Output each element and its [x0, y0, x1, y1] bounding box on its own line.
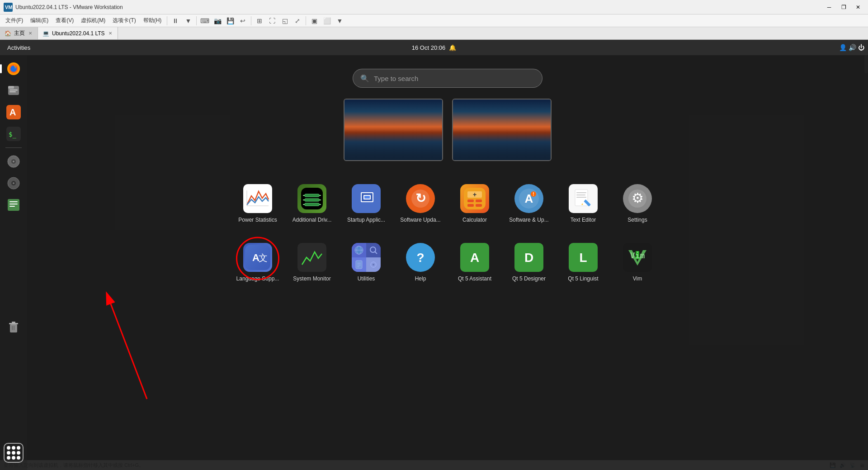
qt5-assistant-icon: A [462, 245, 487, 270]
tab-home[interactable]: 🏠 主页 ✕ [0, 27, 38, 39]
tab-ubuntu[interactable]: 💻 Ubuntu2022.04.1 LTS ✕ [38, 27, 118, 39]
minimize-button[interactable]: ─ [823, 2, 835, 12]
lang-support-label: Language Supp... [236, 275, 279, 283]
app-item-software-update[interactable]: ↻ Software Upda... [393, 175, 448, 233]
speaker-icon[interactable]: 🔊 [849, 44, 856, 51]
startup-icon [355, 188, 377, 209]
trash-icon [6, 320, 21, 334]
ubuntu-screen: Activities 16 Oct 20:06 🔔 👤 🔊 ⏻ [0, 40, 868, 470]
svg-rect-20 [9, 201, 18, 202]
qt5-designer-icon-wrap: D [514, 243, 543, 272]
restore-button[interactable]: ❐ [837, 2, 850, 12]
svg-point-4 [10, 66, 17, 72]
search-bar[interactable]: 🔍 [353, 69, 542, 88]
bell-icon[interactable]: 🔔 [449, 44, 456, 51]
app-item-system-monitor[interactable]: System Monitor [285, 233, 339, 292]
app-item-text-editor[interactable]: Text Editor [556, 175, 610, 233]
pause-dropdown[interactable]: ▼ [182, 16, 194, 26]
console-button[interactable]: ▣ [308, 16, 321, 26]
app-item-qt5-assistant[interactable]: A Qt 5 Assistant [448, 233, 502, 292]
pause-button[interactable]: ⏸ [169, 16, 182, 26]
dock-item-cd2[interactable] [4, 173, 24, 193]
utilities-q2 [366, 243, 381, 257]
qt5-assistant-label: Qt 5 Assistant [458, 275, 491, 283]
send-ctrlaltdel-button[interactable]: ⌨ [198, 16, 211, 26]
power-icon[interactable]: ⏻ [858, 44, 864, 51]
svg-rect-57 [467, 204, 474, 207]
dock-item-ubuntu-software[interactable]: A [4, 102, 24, 122]
terminal-dropdown[interactable]: ▼ [333, 16, 346, 26]
svg-rect-86 [357, 266, 359, 267]
menu-file[interactable]: 文件(F) [2, 15, 27, 26]
workspace-1[interactable] [344, 99, 443, 161]
app-row-1: Power Statistics [231, 175, 665, 233]
search-icon: 🔍 [360, 74, 369, 83]
vmware-logo-icon: VM [4, 3, 13, 12]
stretch-button[interactable]: ⤢ [291, 16, 304, 26]
app-item-utilities[interactable]: Utilities [339, 233, 393, 292]
help-label: Help [415, 275, 426, 283]
fullscreen-button[interactable]: ⛶ [266, 16, 278, 26]
cd2-icon [6, 176, 21, 190]
app-item-vim[interactable]: Vim Vim [610, 233, 665, 292]
app-item-lang-support[interactable]: A 文 Language Supp... [231, 233, 285, 292]
app-item-settings[interactable]: ⚙ Settings [610, 175, 665, 233]
menu-vm[interactable]: 虚拟机(M) [77, 15, 109, 26]
dock-item-trash[interactable] [4, 317, 24, 337]
topbar-right-icons: 👤 🔊 ⏻ [839, 44, 868, 51]
terminal-icon: $_ [6, 127, 21, 141]
svg-rect-7 [9, 90, 18, 90]
svg-rect-58 [476, 204, 482, 207]
tab-home-close[interactable]: ✕ [28, 30, 33, 37]
svg-rect-40 [303, 204, 305, 205]
lang-support-icon-wrap: A 文 [243, 243, 272, 272]
tab-ubuntu-close[interactable]: ✕ [108, 30, 113, 37]
svg-rect-32 [305, 194, 319, 197]
vmware-menubar: 文件(F) 编辑(E) 查看(V) 虚拟机(M) 选项卡(T) 帮助(H) ⏸ … [0, 14, 868, 27]
show-apps-button[interactable] [4, 443, 24, 463]
app-item-startup[interactable]: Startup Applic... [339, 175, 393, 233]
unity-button[interactable]: ◱ [278, 16, 291, 26]
menu-view[interactable]: 查看(V) [52, 15, 77, 26]
svg-rect-85 [357, 265, 361, 266]
additional-drivers-label: Additional Driv... [292, 217, 331, 224]
app-item-software-up[interactable]: A ! Software & Up... [502, 175, 556, 233]
close-button[interactable]: ✕ [852, 2, 864, 12]
dock-item-cd1[interactable] [4, 152, 24, 171]
dock-item-notes[interactable] [4, 195, 24, 215]
activities-button[interactable]: Activities [0, 40, 38, 55]
software-update-icon: ↻ [408, 186, 433, 211]
snapshot-button[interactable]: 💾 [224, 16, 236, 26]
app-item-additional-drivers[interactable]: Additional Driv... [285, 175, 339, 233]
person-icon: 👤 [839, 44, 847, 51]
app-item-help[interactable]: ? Help [393, 233, 448, 292]
settings-icon: ⚙ [625, 186, 650, 211]
files-icon [6, 83, 21, 98]
settings-icon-wrap: ⚙ [623, 184, 652, 213]
dock-item-terminal[interactable]: $_ [4, 124, 24, 144]
help-icon-wrap: ? [406, 243, 435, 272]
menu-help[interactable]: 帮助(H) [140, 15, 165, 26]
app-item-calculator[interactable]: + Calculator [448, 175, 502, 233]
app-item-qt5-linguist[interactable]: L Qt 5 Linguist [556, 233, 610, 292]
fit-button[interactable]: ⊞ [253, 16, 266, 26]
dock-item-files[interactable] [4, 81, 24, 100]
menu-tabs[interactable]: 选项卡(T) [109, 15, 139, 26]
menu-edit[interactable]: 编辑(E) [27, 15, 52, 26]
svg-text:!: ! [533, 192, 534, 197]
qt5-assistant-icon-wrap: A [460, 243, 489, 272]
terminal-button[interactable]: ⬜ [321, 16, 333, 26]
svg-rect-21 [9, 204, 18, 204]
home-icon: 🏠 [5, 30, 11, 37]
workspace-2[interactable] [452, 99, 552, 161]
app-item-qt5-designer[interactable]: D Qt 5 Designer [502, 233, 556, 292]
app-item-power-stats[interactable]: Power Statistics [231, 175, 285, 233]
svg-rect-68 [576, 197, 586, 198]
svg-text:文: 文 [259, 253, 268, 263]
dock-item-firefox[interactable] [4, 59, 24, 79]
screenshot-button[interactable]: 📷 [211, 16, 224, 26]
search-input[interactable] [374, 75, 535, 82]
svg-text:$_: $_ [9, 131, 16, 138]
system-monitor-icon-wrap [297, 243, 326, 272]
revert-button[interactable]: ↩ [236, 16, 249, 26]
